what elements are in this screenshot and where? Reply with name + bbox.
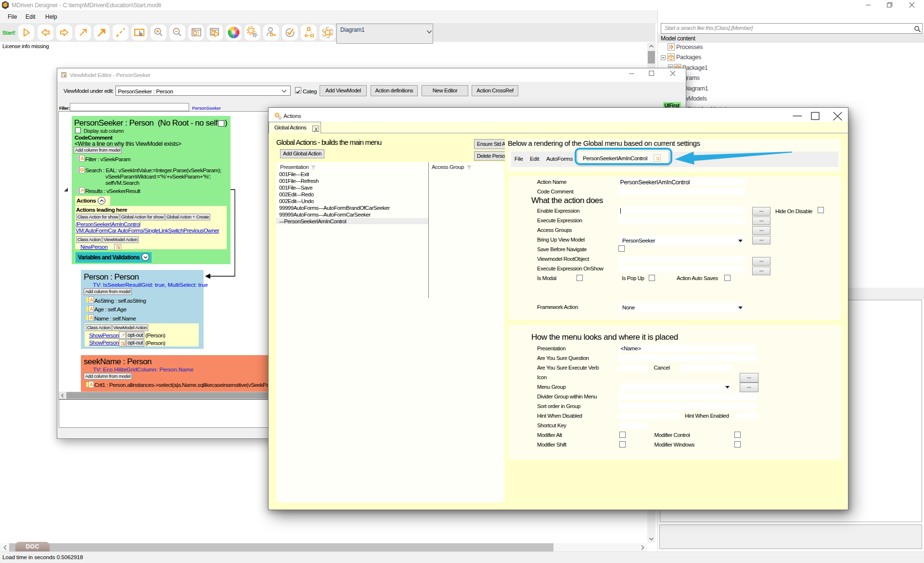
svg-text:A: A	[90, 382, 93, 387]
svg-text:A: A	[90, 315, 93, 320]
svg-text:A: A	[90, 307, 93, 312]
svg-text:A: A	[90, 297, 93, 303]
svg-text:A: A	[81, 156, 84, 161]
